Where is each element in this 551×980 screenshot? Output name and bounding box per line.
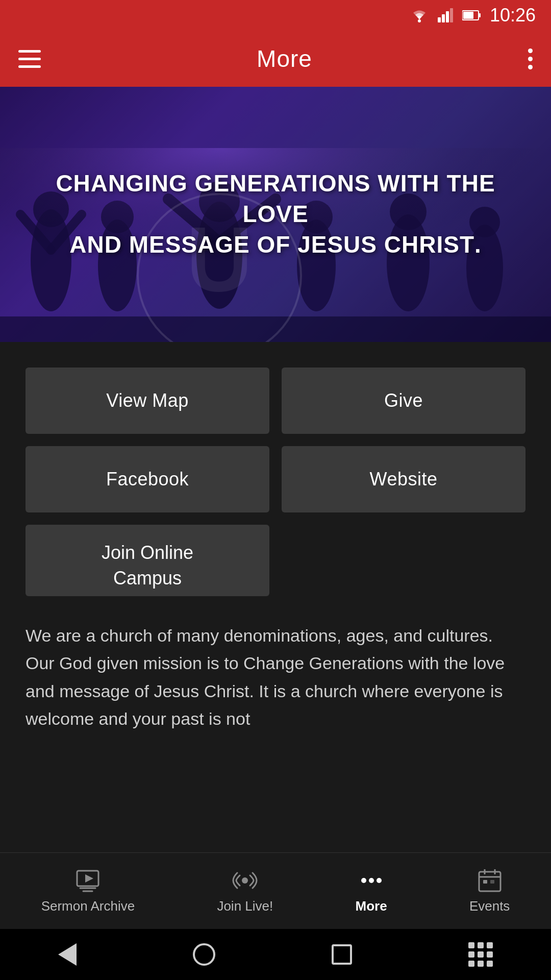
svg-rect-1 [438,17,441,22]
android-nav-bar [0,929,551,980]
svg-rect-4 [450,8,453,22]
give-button[interactable]: Give [282,368,525,434]
sermon-archive-label: Sermon Archive [41,898,135,914]
action-buttons-grid: View Map Give Facebook Website Join Onli… [0,342,551,596]
sermon-archive-icon [75,868,101,893]
svg-rect-36 [479,872,500,891]
more-label: More [356,898,387,914]
join-live-icon [232,868,258,893]
svg-point-34 [369,878,374,883]
description-section: We are a church of many denominations, a… [0,596,551,733]
svg-marker-29 [85,874,93,883]
more-icon [359,868,384,893]
description-text: We are a church of many denominations, a… [26,622,525,733]
nav-item-more[interactable]: More [340,863,403,919]
overflow-menu-icon[interactable] [528,48,533,69]
svg-rect-7 [463,12,473,19]
view-map-button[interactable]: View Map [26,368,269,434]
app-bar: More [0,31,551,87]
svg-point-0 [418,19,421,22]
android-recents-button[interactable] [332,944,352,965]
app-title: More [257,45,312,72]
events-label: Events [469,898,510,914]
android-home-button[interactable] [193,943,215,966]
battery-icon [462,10,481,21]
join-live-label: Join Live! [217,898,273,914]
facebook-button[interactable]: Facebook [26,446,269,512]
nav-item-sermon-archive[interactable]: Sermon Archive [26,863,151,919]
nav-item-join-live[interactable]: Join Live! [202,863,288,919]
status-icons: 10:26 [410,5,536,26]
hero-text: CHANGING GENERATIONS WITH THE LOVE AND M… [0,168,551,260]
svg-rect-41 [490,880,494,884]
android-back-button[interactable] [58,943,77,966]
scrollable-content: View Map Give Facebook Website Join Onli… [0,342,551,866]
signal-icon [438,8,453,22]
hamburger-menu-icon[interactable] [18,50,41,68]
website-button[interactable]: Website [282,446,525,512]
hero-banner: U CHANGING GENERATIONS WITH THE LOVE AND… [0,87,551,342]
join-online-campus-button[interactable]: Join Online Campus [26,525,269,596]
nav-item-events[interactable]: Events [454,863,525,919]
status-time: 10:26 [490,5,536,26]
status-bar: 10:26 [0,0,551,31]
wifi-icon [410,8,429,22]
bottom-nav: Sermon Archive Join Live! More [0,852,551,929]
svg-point-33 [361,878,366,883]
svg-rect-2 [442,14,445,22]
svg-rect-3 [446,11,449,22]
events-icon [477,868,503,893]
svg-rect-40 [483,880,487,884]
hero-tagline: CHANGING GENERATIONS WITH THE LOVE AND M… [31,168,520,260]
android-keyboard-button[interactable] [468,942,493,967]
svg-point-35 [377,878,382,883]
svg-point-32 [242,877,248,884]
svg-rect-6 [479,13,481,17]
